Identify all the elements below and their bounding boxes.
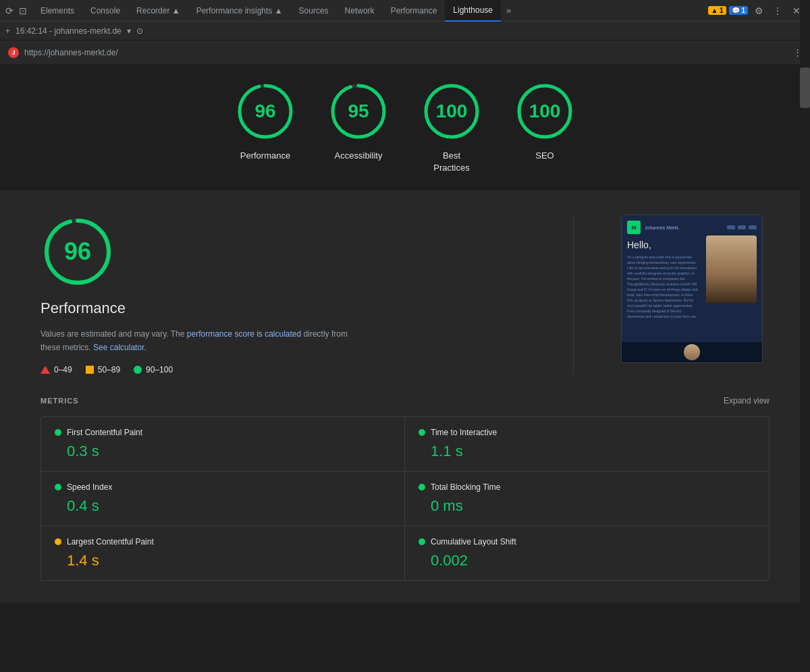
warning-badge[interactable]: ▲ 1 xyxy=(708,6,726,15)
screenshot-nav-link1 xyxy=(727,225,735,229)
score-circle-accessibility: 95 xyxy=(328,81,389,142)
metric-si-name: Speed Index xyxy=(67,482,112,492)
perf-score-link[interactable]: performance score is calculated xyxy=(187,329,301,339)
metric-lcp-value: 1.4 s xyxy=(55,552,391,569)
metric-tbt-value: 0 ms xyxy=(418,497,755,515)
score-label-seo: SEO xyxy=(535,150,554,162)
scores-section: 96 Performance 95 Accessibility 100 Best… xyxy=(0,65,810,193)
metric-cls-header: Cumulative Layout Shift xyxy=(418,537,755,547)
score-performance[interactable]: 96 Performance xyxy=(235,81,296,174)
url-bar: J https://johannes-merkt.de/ ⋮ xyxy=(0,40,810,65)
legend-bad-icon xyxy=(40,366,50,374)
legend-good: 90–100 xyxy=(134,365,173,374)
comment-badge[interactable]: 💬 1 xyxy=(729,6,748,15)
tab-performance-insights[interactable]: Performance insights ▲ xyxy=(188,0,291,22)
screenshot-nav-links xyxy=(727,225,757,229)
legend-good-icon xyxy=(134,366,142,374)
metric-fcp-dot xyxy=(55,429,61,436)
perf-description: Values are estimated and may vary. The p… xyxy=(40,328,351,354)
metric-si-dot xyxy=(55,484,61,491)
expand-view-button[interactable]: Expand view xyxy=(724,396,770,405)
tab-sources[interactable]: Sources xyxy=(291,0,337,22)
dock-icon[interactable]: ⊡ xyxy=(19,5,27,16)
vertical-divider xyxy=(573,215,574,374)
metric-fcp-name: First Contentful Paint xyxy=(67,428,142,437)
settings-icon[interactable]: ⚙ xyxy=(751,3,767,19)
metric-tti-name: Time to Interactive xyxy=(431,428,497,437)
screenshot-body-text: I'm a designer and coder who is passiona… xyxy=(627,254,699,319)
metric-cls-value: 0.002 xyxy=(418,552,755,569)
tab-lighthouse[interactable]: Lighthouse xyxy=(445,0,501,22)
tab-recorder[interactable]: Recorder ▲ xyxy=(128,0,188,22)
metric-lcp-dot xyxy=(55,538,61,545)
more-options-icon[interactable]: ⋮ xyxy=(770,3,786,19)
score-label-performance: Performance xyxy=(240,150,290,162)
tab-network[interactable]: Network xyxy=(337,0,383,22)
score-value-accessibility: 95 xyxy=(348,101,369,122)
rotate-icon[interactable]: ⟳ xyxy=(5,5,14,16)
site-favicon: J xyxy=(8,47,19,58)
screenshot-panel: M Johannes Merkt. Hello, I'm a designer … xyxy=(621,215,770,363)
scrollbar-thumb[interactable] xyxy=(800,67,810,108)
screenshot-thumbnail: M Johannes Merkt. Hello, I'm a designer … xyxy=(621,215,763,363)
metric-tti-dot xyxy=(418,429,425,436)
metric-lcp-header: Largest Contentful Paint xyxy=(55,537,391,547)
devtools-titlebar: ⟳ ⊡ Elements Console Recorder ▲ Performa… xyxy=(0,0,810,22)
perf-section-title: Performance xyxy=(40,300,526,317)
devtools-tabs: Elements Console Recorder ▲ Performance … xyxy=(32,0,516,21)
timestamp-dropdown-icon[interactable]: ▾ xyxy=(127,26,131,36)
refresh-icon[interactable]: ⊙ xyxy=(136,26,143,36)
score-label-accessibility: Accessibility xyxy=(335,150,383,162)
screenshot-bottom-portrait xyxy=(684,344,700,360)
tab-performance[interactable]: Performance xyxy=(383,0,446,22)
metric-fcp: First Contentful Paint 0.3 s xyxy=(41,417,405,472)
more-tabs[interactable]: » xyxy=(501,5,516,16)
big-score-circle: 96 xyxy=(40,215,115,289)
metric-cls-dot xyxy=(418,538,425,545)
add-tab-icon[interactable]: + xyxy=(5,26,10,36)
score-circle-best-practices: 100 xyxy=(421,81,482,142)
metric-si-header: Speed Index xyxy=(55,482,391,492)
metric-tbt: Total Blocking Time 0 ms xyxy=(405,472,769,526)
metric-tbt-dot xyxy=(418,484,425,491)
score-accessibility[interactable]: 95 Accessibility xyxy=(328,81,389,174)
score-seo[interactable]: 100 SEO xyxy=(514,81,575,174)
score-best-practices[interactable]: 100 BestPractices xyxy=(421,81,482,174)
tab-console[interactable]: Console xyxy=(82,0,128,22)
scrollbar-track[interactable] xyxy=(800,0,810,672)
url-display: https://johannes-merkt.de/ xyxy=(24,48,118,57)
screenshot-nav: M Johannes Merkt. xyxy=(627,221,757,234)
score-value-seo: 100 xyxy=(529,101,561,122)
metric-cls: Cumulative Layout Shift 0.002 xyxy=(405,526,769,580)
metric-fcp-header: First Contentful Paint xyxy=(55,428,391,437)
metric-si: Speed Index 0.4 s xyxy=(41,472,405,526)
metric-tbt-header: Total Blocking Time xyxy=(418,482,755,492)
metric-tti-value: 1.1 s xyxy=(418,443,755,460)
metrics-grid: First Contentful Paint 0.3 s Time to Int… xyxy=(40,416,770,581)
screenshot-nav-link2 xyxy=(738,225,746,229)
perf-top: 96 Performance Values are estimated and … xyxy=(40,215,770,374)
metric-lcp: Largest Contentful Paint 1.4 s xyxy=(41,526,405,580)
perf-calculator-link[interactable]: See calculator. xyxy=(93,343,146,352)
metric-cls-name: Cumulative Layout Shift xyxy=(431,537,516,547)
tab-elements[interactable]: Elements xyxy=(32,0,82,22)
score-label-best-practices: BestPractices xyxy=(433,150,469,174)
metric-tti: Time to Interactive 1.1 s xyxy=(405,417,769,472)
legend-medium-icon xyxy=(86,366,94,374)
metric-tti-header: Time to Interactive xyxy=(418,428,755,437)
score-value-best-practices: 100 xyxy=(436,101,468,122)
score-legend: 0–49 50–89 90–100 xyxy=(40,365,526,374)
score-circle-performance: 96 xyxy=(235,81,296,142)
screenshot-nav-link3 xyxy=(749,225,757,229)
metric-fcp-value: 0.3 s xyxy=(55,443,391,460)
metric-si-value: 0.4 s xyxy=(55,497,391,515)
legend-bad: 0–49 xyxy=(40,365,72,374)
perf-left: 96 Performance Values are estimated and … xyxy=(40,215,526,374)
legend-medium-label: 50–89 xyxy=(98,365,120,374)
devtools-right-controls: ▲ 1 💬 1 ⚙ ⋮ ✕ xyxy=(708,3,805,19)
performance-section: 96 Performance Values are estimated and … xyxy=(0,193,810,395)
screenshot-nav-name: Johannes Merkt. xyxy=(645,225,680,230)
screenshot-portrait xyxy=(706,235,757,303)
legend-good-label: 90–100 xyxy=(146,365,173,374)
nav-icons: ⟳ ⊡ xyxy=(5,5,27,16)
